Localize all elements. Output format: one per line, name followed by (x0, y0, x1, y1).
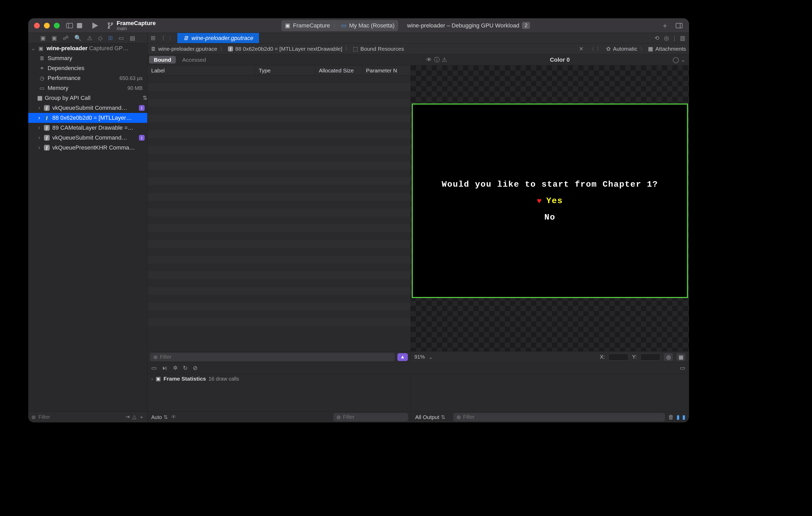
dbg-stepout-icon[interactable]: ⊘ (193, 365, 198, 371)
editor-pathbar[interactable]: 🗎 wine-preloader.gputrace 〉 ⨍ 88 0x62e0b… (148, 43, 689, 54)
cmd-vkqueuesubmit-2[interactable]: ›⨍vkQueueSubmit Command…! (28, 133, 147, 143)
chevron-right-icon[interactable]: › (37, 144, 41, 151)
close-path-icon[interactable]: ✕ (576, 46, 587, 52)
minimize-window[interactable] (44, 23, 50, 29)
viewer-tool-1-icon[interactable]: ◎ (664, 353, 673, 361)
segment-accessed[interactable]: Accessed (177, 54, 210, 65)
navigator-filter-input[interactable] (38, 414, 123, 420)
dbg-continue-icon[interactable]: ▭ (151, 365, 157, 371)
col-label[interactable]: Label (148, 65, 255, 75)
chevron-right-icon[interactable]: › (37, 104, 41, 111)
cmd-vkqueuepresent[interactable]: ›⨍vkQueuePresentKHR Comma… (28, 143, 147, 153)
scheme-selector[interactable]: FrameCapture main (115, 20, 156, 31)
chevron-right-icon[interactable]: › (151, 376, 153, 382)
nav-root[interactable]: ⌄ ▣ wine-preloader Captured GP… (28, 43, 147, 53)
filter-opt3-icon[interactable]: ＋ (139, 414, 144, 421)
warning-badge-icon: ! (139, 105, 145, 111)
nav-memory[interactable]: ▭Memory90 MB (28, 83, 147, 93)
path-call[interactable]: 88 0x62e0b2d0 = [MTLLayer nextDrawable] (235, 46, 342, 52)
path-file[interactable]: wine-preloader.gputrace (158, 46, 217, 52)
variables-scope[interactable]: Auto ⇅ (151, 414, 168, 420)
breakpoints-nav-icon[interactable]: ▭ (118, 35, 124, 41)
output-scope[interactable]: All Output⇅ (411, 414, 450, 420)
close-window[interactable] (34, 23, 40, 29)
cmd-cametal-drawable[interactable]: ›⨍89 CAMetalLayer Drawable =… (28, 123, 147, 133)
find-nav-icon[interactable]: 🔍 (74, 35, 81, 41)
filter-opt2-icon[interactable]: △ (133, 414, 136, 421)
library-toggle-icon[interactable] (675, 22, 683, 30)
y-stepper[interactable] (640, 354, 660, 361)
variables-filter-input[interactable] (343, 414, 409, 420)
group-by-selector[interactable]: ▦ Group by API Call ⇅ (28, 93, 147, 103)
stop-button-icon[interactable] (75, 22, 84, 30)
dbg-pause-icon[interactable]: ⏯ (162, 365, 168, 371)
trash-icon[interactable]: 🗑 (668, 414, 674, 421)
table-action-button[interactable]: ▲ (397, 353, 408, 361)
dbg-step-icon[interactable]: ✲ (173, 365, 178, 371)
source-control-nav-icon[interactable]: ▣ (52, 35, 57, 41)
review-icon[interactable]: ◎ (664, 35, 669, 41)
col-type[interactable]: Type (255, 65, 315, 75)
bound-accessed-segment[interactable]: Bound Accessed (148, 54, 211, 65)
chevron-right-icon[interactable]: › (37, 134, 41, 141)
segment-bound[interactable]: Bound (149, 56, 176, 63)
chevron-down-icon[interactable]: ⌄ (429, 354, 433, 360)
attachment-options[interactable]: ◯⌄ (673, 57, 686, 63)
nav-back-icon[interactable]: 〈 (159, 34, 165, 42)
left-panel-toggle-icon[interactable]: ▮ (676, 414, 679, 421)
game-option-yes: Yes (546, 196, 563, 206)
cmd-vkqueuesubmit-1[interactable]: ›⨍vkQueueSubmit Command…! (28, 103, 147, 113)
refresh-icon[interactable]: ⟲ (655, 35, 659, 41)
eye-icon[interactable]: 👁 (426, 57, 432, 63)
col-parameter[interactable]: Parameter N (362, 65, 410, 75)
dbg-console-toggle-icon[interactable]: ▭ (680, 365, 686, 371)
nav-performance[interactable]: ◷Performance650.63 µs (28, 73, 147, 83)
zoom-value[interactable]: 91% (414, 354, 425, 360)
run-button-icon[interactable] (91, 22, 99, 30)
folder-icon[interactable]: ▣ (40, 35, 46, 41)
chevron-down-icon[interactable]: ⌄ (31, 45, 35, 52)
branch-icon[interactable] (106, 22, 115, 30)
path-attachments[interactable]: Attachments (655, 46, 686, 52)
filter-opt1-icon[interactable]: ⇥ (125, 414, 130, 421)
warning-icon[interactable]: ⚠︎ (442, 57, 447, 63)
symbols-nav-icon[interactable]: ☍ (63, 35, 68, 41)
reports-nav-icon[interactable]: ▤ (130, 35, 135, 41)
dbg-stepover-icon[interactable]: ↻ (183, 365, 187, 371)
cmd-selected[interactable]: ›⨍88 0x62e0b2d0 = [MTLLayer… (28, 113, 147, 123)
path-auto[interactable]: Automatic (613, 46, 637, 52)
x-stepper[interactable] (608, 354, 628, 361)
tests-nav-icon[interactable]: ◇ (98, 35, 103, 41)
add-tab-button[interactable]: ＋ (661, 22, 669, 30)
chevron-right-icon[interactable]: › (37, 115, 41, 121)
nav-dependencies[interactable]: ⚭Dependencies (28, 63, 147, 73)
adjust-editor-icon[interactable]: ▥ (680, 35, 686, 41)
issues-nav-icon[interactable]: ⚠︎ (87, 35, 92, 41)
eye-icon[interactable]: 👁 (171, 414, 176, 420)
viewer-tool-2-icon[interactable]: ▦ (676, 353, 686, 361)
console-output[interactable] (411, 373, 689, 412)
chevron-right-icon[interactable]: › (37, 124, 41, 131)
table-filter[interactable]: ⊜ (150, 353, 395, 361)
path-resources[interactable]: Bound Resources (360, 46, 404, 52)
nav-forward-icon[interactable]: 〉 (169, 34, 174, 42)
debug-nav-icon[interactable]: ❘⃝ (108, 35, 113, 41)
right-panel-toggle-icon[interactable]: ▮ (682, 414, 686, 421)
related-items-icon[interactable]: ⊞ (151, 35, 155, 41)
table-row (148, 232, 410, 240)
nav-summary[interactable]: ≣Summary (28, 53, 147, 63)
attachment-canvas[interactable]: Would you like to start from Chapter 1? … (411, 65, 689, 351)
document-tab[interactable]: 🗎 wine-preloader.gputrace (177, 33, 259, 43)
table-filter-input[interactable] (160, 354, 392, 360)
col-allocated[interactable]: Allocated Size (315, 65, 362, 75)
run-destination-crumb[interactable]: ▣ FrameCapture 〉 ▭ My Mac (Rosetta) (281, 20, 398, 31)
gear-icon[interactable]: ✿ (606, 46, 611, 52)
path-fwd-icon[interactable]: 〉 (597, 45, 602, 53)
console-filter-input[interactable] (463, 414, 662, 420)
zoom-window[interactable] (54, 23, 60, 29)
sidebar-toggle-icon[interactable] (65, 22, 74, 30)
variables-view[interactable]: › ▣ Frame Statistics 16 draw calls (148, 373, 411, 412)
info-icon[interactable]: ⓘ (434, 56, 440, 64)
activity-status[interactable]: wine-preloader – Debugging GPU Workload … (402, 22, 535, 29)
path-back-icon[interactable]: 〈 (589, 45, 594, 53)
